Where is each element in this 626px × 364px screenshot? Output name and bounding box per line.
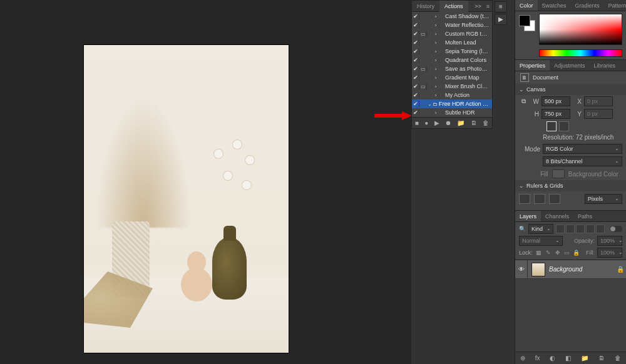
action-toggle-checkbox[interactable]: ✔ [412,101,419,107]
new-set-button[interactable]: ⏺ [445,119,451,126]
panel-menu-icon[interactable]: ≡ [484,3,492,9]
hue-strip[interactable] [539,49,622,57]
disclosure-icon[interactable]: › [433,23,438,28]
height-input[interactable]: 750 px [541,109,570,119]
action-toggle-checkbox[interactable]: ✔ [412,39,419,46]
foreground-background-swatch[interactable] [519,15,535,31]
foreground-color-swatch[interactable] [519,15,530,26]
filter-pixel-icon[interactable] [556,225,565,233]
new-group-button[interactable]: 📁 [581,355,588,361]
filter-smart-icon[interactable] [596,225,605,233]
canvas-area[interactable] [0,0,411,364]
disclosure-icon[interactable]: › [433,93,438,98]
new-folder-button[interactable]: 📁 [457,119,464,126]
action-item[interactable]: ✔›Molten Lead [412,38,492,47]
layer-name[interactable]: Background [549,266,615,273]
visibility-toggle[interactable]: 👁 [515,260,528,278]
delete-layer-button[interactable]: 🗑 [615,355,621,361]
ruler-units-select[interactable]: Pixels⌄ [585,194,622,204]
filter-shape-icon[interactable] [586,225,595,233]
tab-properties[interactable]: Properties [515,60,550,71]
action-toggle-checkbox[interactable]: ✔ [412,83,419,89]
action-toggle-checkbox[interactable]: ✔ [412,92,419,98]
color-mode-select[interactable]: RGB Color⌄ [543,144,622,154]
delete-button[interactable]: 🗑 [483,119,489,126]
disclosure-icon[interactable]: › [433,14,438,19]
action-item[interactable]: ✔▭›Save as Photoshop PDF [412,64,492,73]
tab-channels[interactable]: Channels [541,211,573,221]
action-modal-toggle[interactable]: ▭ [419,31,427,37]
tab-gradients[interactable]: Gradients [571,0,604,11]
lock-position-icon[interactable]: ✥ [554,250,562,256]
record-button[interactable]: ● [424,119,428,126]
tab-adjustments[interactable]: Adjustments [550,60,590,71]
tab-history[interactable]: History [412,1,439,12]
lock-artboard-icon[interactable]: ▭ [563,250,571,256]
width-input[interactable]: 500 px [541,96,570,106]
action-toggle-checkbox[interactable]: ✔ [412,57,419,63]
action-item[interactable]: ✔›Quadrant Colors [412,56,492,64]
action-item[interactable]: ✔›My Action [412,91,492,99]
action-item[interactable]: ✔›Sepia Toning (layer) [412,47,492,56]
fill-swatch[interactable] [552,169,565,178]
action-item[interactable]: ✔▭›Mixer Brush Cloning Paint … [412,82,492,91]
rulers-toggle-button[interactable] [519,194,530,204]
action-item[interactable]: ✔›Subtle HDR [412,108,492,117]
layer-list[interactable]: 👁Background🔒 [515,260,626,351]
disclosure-icon[interactable]: › [433,58,438,63]
tab-actions[interactable]: Actions [439,1,468,12]
filter-toggle[interactable] [610,226,622,232]
disclosure-icon[interactable]: › [433,31,438,37]
lock-pixels-icon[interactable]: ✎ [545,250,552,256]
action-toggle-checkbox[interactable]: ✔ [412,31,419,37]
new-adjustment-button[interactable]: ◧ [565,355,571,361]
orientation-landscape-button[interactable] [559,121,569,131]
new-action-button[interactable]: 🗎 [471,119,477,126]
tab-swatches[interactable]: Swatches [538,0,571,11]
filter-adjust-icon[interactable] [566,225,575,233]
action-toggle-checkbox[interactable]: ✔ [412,74,419,81]
lock-transparency-icon[interactable]: ▦ [535,250,543,256]
link-layers-button[interactable]: ⊕ [520,355,525,361]
disclosure-icon[interactable]: › [433,110,438,116]
fill-input[interactable]: 100%⌄ [597,248,622,258]
panel-menu-button[interactable]: ≡ [495,1,507,13]
tab-patterns[interactable]: Patterns [604,0,626,11]
color-spectrum[interactable] [539,14,622,45]
disclosure-icon[interactable]: › [433,40,438,46]
disclosure-icon[interactable]: › [433,84,438,89]
play-button[interactable]: ▶ [434,119,439,126]
document-preview[interactable] [83,44,289,353]
actions-list[interactable]: ✔›Cast Shadow (type)✔›Water Reflection (… [412,12,492,117]
layer-row[interactable]: 👁Background🔒 [515,260,626,279]
action-item[interactable]: ✔▭›Custom RGB to Grayscale [412,29,492,38]
action-toggle-checkbox[interactable]: ✔ [412,13,419,19]
disclosure-icon[interactable]: › [433,49,438,54]
section-rulers[interactable]: ⌄ Rulers & Grids [515,180,626,191]
action-item[interactable]: ✔⌄🗀Free HDR Action - Photog… [412,99,492,108]
layer-filter-kind-select[interactable]: Kind⌄ [528,224,553,234]
play-button[interactable]: ▶ [495,14,507,25]
action-toggle-checkbox[interactable]: ✔ [412,48,419,54]
action-toggle-checkbox[interactable]: ✔ [412,66,419,72]
action-item[interactable]: ✔›Water Reflection (type) [412,21,492,29]
section-canvas[interactable]: ⌄ Canvas [515,84,626,95]
action-item[interactable]: ✔›Cast Shadow (type) [412,12,492,21]
disclosure-icon[interactable]: ⌄ [427,101,432,107]
disclosure-icon[interactable]: › [433,66,438,72]
action-modal-toggle[interactable]: ▭ [419,66,427,72]
filter-type-icon[interactable] [576,225,585,233]
layer-thumbnail[interactable] [531,263,545,276]
tab-libraries[interactable]: Libraries [590,60,620,71]
bit-depth-select[interactable]: 8 Bits/Channel⌄ [543,156,622,166]
grid-toggle-button[interactable] [534,194,545,204]
orientation-portrait-button[interactable] [546,121,557,131]
layer-fx-button[interactable]: fx [535,355,540,361]
action-item[interactable]: ✔›Gradient Map [412,73,492,82]
new-layer-button[interactable]: 🗎 [598,355,605,361]
add-mask-button[interactable]: ◐ [550,355,555,361]
guides-toggle-button[interactable] [549,194,560,204]
action-toggle-checkbox[interactable]: ✔ [412,22,419,28]
panel-collapse-icon[interactable]: >> [472,3,484,9]
lock-all-icon[interactable]: 🔒 [573,250,580,256]
